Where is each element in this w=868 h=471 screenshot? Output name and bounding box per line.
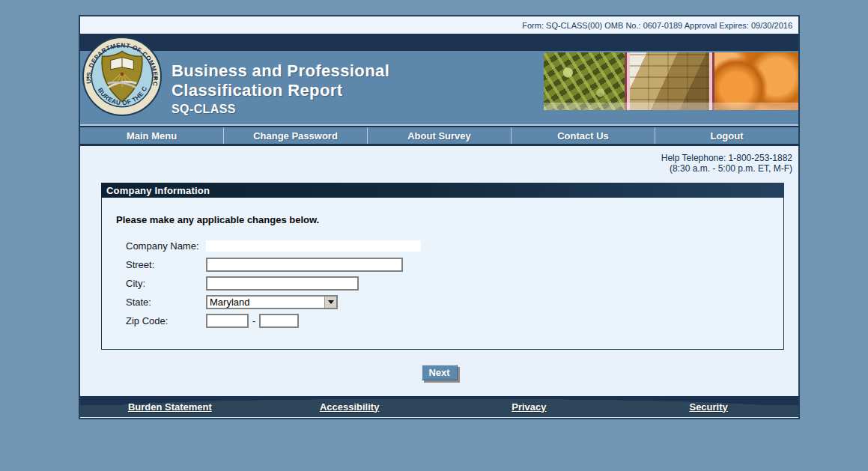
form-info-text: Form: SQ-CLASS(00) OMB No.: 0607-0189 Ap… bbox=[522, 21, 792, 30]
svg-text:★: ★ bbox=[85, 75, 90, 81]
navy-band bbox=[80, 34, 798, 51]
state-select[interactable]: Maryland bbox=[206, 295, 338, 309]
company-information-section: Company Information Please make any appl… bbox=[101, 183, 784, 350]
footer-link-security[interactable]: Security bbox=[619, 396, 798, 417]
nav-item-contact-us[interactable]: Contact Us bbox=[512, 127, 655, 144]
state-selected-value: Maryland bbox=[207, 297, 324, 308]
state-label: State: bbox=[126, 297, 206, 308]
header: U.S. DEPARTMENT OF COMMERCE BUREAU OF TH… bbox=[80, 51, 798, 126]
help-telephone-block: Help Telephone: 1-800-253-1882 (8:30 a.m… bbox=[80, 146, 798, 174]
footer-link-burden-statement[interactable]: Burden Statement bbox=[80, 396, 260, 417]
footer-link-privacy[interactable]: Privacy bbox=[440, 396, 619, 417]
section-header: Company Information bbox=[101, 183, 784, 198]
machinery-screws-photo bbox=[544, 52, 625, 110]
city-row: City: bbox=[116, 276, 783, 291]
section-body: Please make any applicable changes below… bbox=[101, 198, 784, 350]
footer-link-accessibility[interactable]: Accessibility bbox=[260, 396, 440, 417]
page-title-line2: Classification Report bbox=[172, 81, 389, 100]
nav-item-logout[interactable]: Logout bbox=[655, 127, 798, 144]
zip-code-label: Zip Code: bbox=[126, 315, 206, 326]
header-photo-strip bbox=[544, 52, 798, 110]
content-area: Help Telephone: 1-800-253-1882 (8:30 a.m… bbox=[80, 146, 798, 396]
dropdown-arrow-icon[interactable] bbox=[324, 297, 336, 308]
street-label: Street: bbox=[126, 259, 206, 270]
state-row: State: Maryland bbox=[116, 295, 783, 309]
footer: Burden Statement Accessibility Privacy S… bbox=[80, 396, 798, 417]
zip-code-input[interactable] bbox=[206, 314, 249, 328]
svg-text:★: ★ bbox=[154, 75, 158, 81]
form-instruction: Please make any applicable changes below… bbox=[116, 214, 783, 225]
census-bureau-seal-icon: U.S. DEPARTMENT OF COMMERCE BUREAU OF TH… bbox=[82, 37, 162, 116]
company-name-input[interactable] bbox=[206, 240, 421, 252]
nav-item-about-survey[interactable]: About Survey bbox=[368, 127, 512, 144]
help-telephone-line1: Help Telephone: 1-800-253-1882 bbox=[80, 153, 792, 163]
form-info-bar: Form: SQ-CLASS(00) OMB No.: 0607-0189 Ap… bbox=[80, 16, 798, 34]
oranges-photo bbox=[714, 52, 798, 110]
page-subtitle: SQ-CLASS bbox=[172, 103, 389, 116]
main-nav: Main Menu Change Password About Survey C… bbox=[80, 126, 798, 146]
page-container: Form: SQ-CLASS(00) OMB No.: 0607-0189 Ap… bbox=[79, 15, 800, 419]
title-block: Business and Professional Classification… bbox=[172, 61, 389, 116]
zip-code-row: Zip Code: - bbox=[116, 314, 783, 328]
street-input[interactable] bbox=[206, 258, 403, 272]
next-button[interactable]: Next bbox=[422, 365, 458, 380]
nav-item-change-password[interactable]: Change Password bbox=[224, 127, 368, 144]
cardboard-boxes-photo bbox=[630, 52, 709, 110]
photo-bottom-overlay bbox=[544, 103, 798, 110]
help-telephone-line2: (8:30 a.m. - 5:00 p.m. ET, M-F) bbox=[80, 163, 792, 174]
city-label: City: bbox=[126, 278, 206, 289]
city-input[interactable] bbox=[206, 276, 359, 291]
section-title: Company Information bbox=[106, 185, 210, 196]
street-row: Street: bbox=[116, 258, 783, 272]
company-name-row: Company Name: bbox=[116, 239, 783, 253]
zip-plus4-input[interactable] bbox=[259, 314, 299, 328]
company-name-label: Company Name: bbox=[126, 240, 206, 252]
zip-separator: - bbox=[252, 315, 255, 326]
nav-item-main-menu[interactable]: Main Menu bbox=[80, 127, 224, 144]
page-title-line1: Business and Professional bbox=[172, 61, 389, 81]
